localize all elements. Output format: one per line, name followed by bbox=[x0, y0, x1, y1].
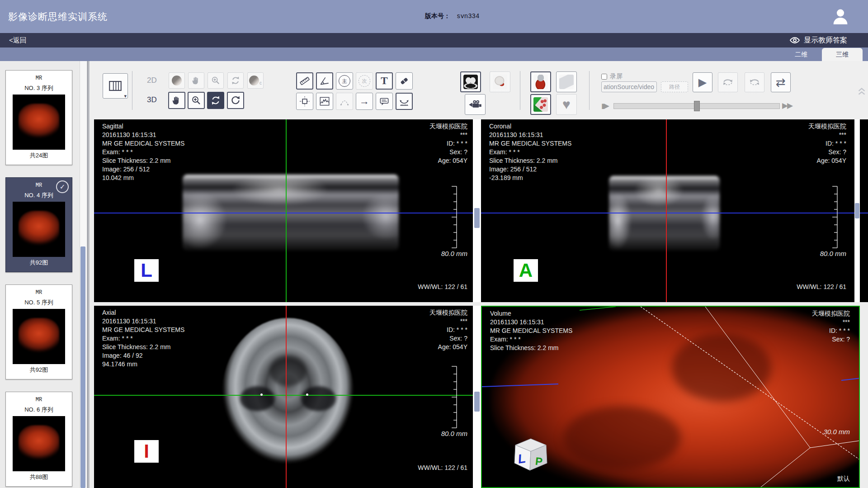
comment-button[interactable] bbox=[376, 93, 393, 110]
layout-button[interactable]: ▾ bbox=[103, 73, 128, 99]
crosshair-horizontal-blue[interactable] bbox=[94, 213, 473, 213]
record-checkbox-input[interactable] bbox=[601, 74, 607, 80]
crosshair-horizontal-green[interactable] bbox=[94, 395, 473, 396]
primary-circle-icon: 主 bbox=[339, 75, 350, 87]
tab-3d[interactable]: 三维 bbox=[822, 48, 863, 61]
viewport-coronal[interactable]: Coronal 20161130 16:15:31 MR GE MEDICAL … bbox=[481, 119, 868, 302]
nav-bar: <返回 显示教师答案 bbox=[0, 33, 868, 47]
heart-anatomy-button[interactable]: ♥ bbox=[556, 94, 577, 115]
rotate-2d-button[interactable] bbox=[227, 72, 244, 89]
hand-icon bbox=[171, 95, 182, 106]
record-screen-checkbox[interactable]: 录屏 bbox=[601, 72, 623, 81]
viewport-grid: Sagittal 20161130 16:15:31 MR GE MEDICAL… bbox=[94, 119, 868, 488]
slice-scrollbar-thumb[interactable] bbox=[855, 203, 859, 218]
series-card-4[interactable]: ✓ MR NO. 4 序列 共92图 bbox=[5, 177, 72, 272]
collapse-toolbar-button[interactable] bbox=[856, 85, 868, 96]
overlay-left: Axial 20161130 16:15:31 MR GE MEDICAL SY… bbox=[102, 308, 184, 369]
series-thumbnail bbox=[13, 309, 65, 364]
wwwl-reset-2d-button[interactable]: c bbox=[247, 72, 264, 89]
rotate-3d-button[interactable] bbox=[207, 92, 224, 109]
crosshair-vertical-green[interactable] bbox=[286, 119, 287, 302]
cube-letter-front: P bbox=[535, 455, 543, 468]
sidebar-scrollbar[interactable] bbox=[80, 61, 86, 488]
ct-slice-icon bbox=[463, 75, 478, 89]
viewport-volume[interactable]: Volume 20161130 16:15:31 MR GE MEDICAL S… bbox=[481, 306, 860, 488]
heart-icon: ♥ bbox=[562, 98, 571, 111]
measure-angle-button[interactable] bbox=[316, 72, 333, 90]
loop-forward-button[interactable] bbox=[718, 72, 738, 92]
crosshair-vertical-red[interactable] bbox=[666, 119, 667, 302]
mri-image-axial bbox=[222, 318, 354, 474]
viewport-sagittal[interactable]: Sagittal 20161130 16:15:31 MR GE MEDICAL… bbox=[94, 119, 473, 302]
contrast-ball-icon bbox=[172, 76, 182, 85]
slice-scrollbar-thumb[interactable] bbox=[474, 392, 480, 412]
joint-anatomy-button[interactable] bbox=[530, 71, 551, 92]
scale-ruler bbox=[831, 185, 838, 249]
crosshair-horizontal-blue[interactable] bbox=[481, 213, 868, 213]
back-button[interactable]: <返回 bbox=[9, 36, 27, 45]
frame-slider-thumb[interactable] bbox=[694, 101, 700, 111]
loop-backward-button[interactable] bbox=[745, 72, 764, 92]
record-checkbox-label: 录屏 bbox=[610, 72, 623, 81]
series-sidebar: MR NO. 3 序列 共24图 ✓ MR NO. 4 序列 共92图 MR N… bbox=[0, 61, 89, 488]
eraser-button[interactable] bbox=[396, 72, 413, 90]
series-card-6[interactable]: MR NO. 6 序列 共88图 bbox=[5, 392, 72, 487]
label-3d: 3D bbox=[147, 95, 157, 104]
user-avatar-icon[interactable] bbox=[831, 7, 850, 27]
vr-skull-button[interactable] bbox=[490, 71, 510, 92]
swap-direction-button[interactable]: ⇄ bbox=[771, 72, 791, 92]
slice-scrollbar-sagittal[interactable] bbox=[473, 119, 481, 302]
zoom-2d-button[interactable] bbox=[208, 72, 224, 89]
viewport-axial[interactable]: Axial 20161130 16:15:31 MR GE MEDICAL SY… bbox=[94, 306, 473, 488]
wwwl-2d-button[interactable] bbox=[169, 72, 185, 89]
curve-measure-button[interactable] bbox=[396, 93, 413, 110]
tab-2d[interactable]: 二维 bbox=[780, 48, 822, 61]
mpr-view-button[interactable] bbox=[460, 71, 481, 92]
show-teacher-answer-button[interactable]: 显示教师答案 bbox=[789, 33, 847, 47]
measure-length-button[interactable] bbox=[296, 72, 313, 90]
arrow-annotation-button[interactable]: → bbox=[356, 93, 373, 110]
slice-scrollbar-thumb[interactable] bbox=[474, 208, 480, 228]
slice-scrollbar-coronal[interactable] bbox=[854, 119, 860, 302]
roi-box-icon bbox=[299, 95, 311, 107]
record-path-input[interactable] bbox=[601, 81, 657, 92]
zoom-3d-button[interactable] bbox=[188, 92, 205, 109]
crosshair-vertical-red[interactable] bbox=[286, 306, 287, 488]
caret-down-icon: ▾ bbox=[124, 93, 127, 99]
overlay-left: Sagittal 20161130 16:15:31 MR GE MEDICAL… bbox=[102, 122, 184, 182]
profile-curve-button[interactable] bbox=[316, 93, 333, 110]
comment-bubble-icon bbox=[378, 95, 390, 107]
spline-button[interactable] bbox=[336, 93, 353, 110]
path-planning-button[interactable] bbox=[556, 71, 577, 92]
toolbar-divider bbox=[520, 71, 520, 110]
primary-crosshair-button[interactable]: 主 bbox=[336, 72, 353, 90]
wwwl-label: WW/WL: 122 / 61 bbox=[797, 283, 846, 290]
sidebar-scrollbar-thumb[interactable] bbox=[80, 246, 85, 488]
play-button[interactable]: ▶ bbox=[693, 72, 712, 92]
series-card-3[interactable]: MR NO. 3 序列 共24图 bbox=[5, 70, 72, 165]
go-to-end-button[interactable]: ▶▶ bbox=[782, 101, 792, 110]
go-to-start-button[interactable]: ▮▶ bbox=[601, 102, 609, 110]
export-video-button[interactable] bbox=[465, 94, 486, 115]
roi-button[interactable] bbox=[296, 93, 313, 110]
slice-scrollbar-axial[interactable] bbox=[473, 306, 481, 488]
segmentation-button[interactable] bbox=[530, 94, 551, 115]
orientation-cube[interactable]: L P bbox=[509, 433, 552, 477]
series-count: 共88图 bbox=[30, 473, 48, 481]
layout-icon bbox=[108, 78, 123, 94]
pan-2d-button[interactable] bbox=[188, 72, 204, 89]
text-tool-icon: T bbox=[381, 75, 387, 87]
text-annotation-button[interactable]: T bbox=[376, 72, 393, 90]
secondary-circle-icon: 次 bbox=[359, 75, 370, 87]
series-thumbnail bbox=[13, 95, 65, 150]
pan-3d-button[interactable] bbox=[168, 92, 185, 109]
preset-label[interactable]: 默认 bbox=[837, 475, 850, 483]
secondary-crosshair-button[interactable]: 次 bbox=[356, 72, 373, 90]
record-path-button[interactable]: 路径 bbox=[661, 81, 688, 92]
series-card-5[interactable]: MR NO. 5 序列 共92图 bbox=[5, 284, 72, 379]
magnifier-icon bbox=[211, 76, 221, 85]
video-camera-icon bbox=[468, 98, 482, 111]
reset-rotation-button[interactable] bbox=[227, 92, 244, 109]
content-area: MR NO. 3 序列 共24图 ✓ MR NO. 4 序列 共92图 MR N… bbox=[0, 61, 868, 488]
series-count: 共92图 bbox=[30, 259, 48, 267]
